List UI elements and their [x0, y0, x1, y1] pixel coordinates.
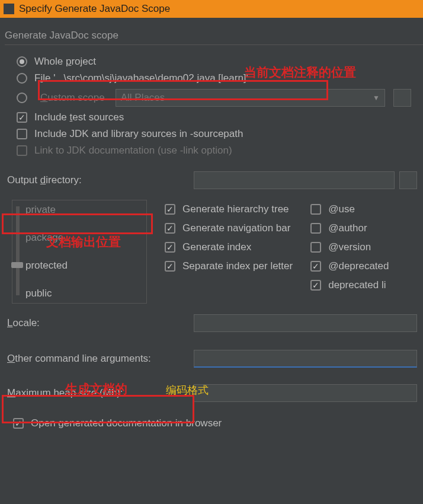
- checkbox-icon: [310, 261, 321, 272]
- tag-use-label: @use: [328, 203, 355, 215]
- slider-thumb[interactable]: [11, 262, 23, 268]
- other-args-row: Other command line arguments:: [0, 347, 423, 370]
- tag-version-checkbox[interactable]: @version: [310, 241, 389, 253]
- tag-version-label: @version: [328, 241, 371, 253]
- open-browser-label: Open generated documentation in browser: [31, 417, 222, 429]
- checkbox-icon: [17, 112, 27, 123]
- tag-author-checkbox[interactable]: @author: [310, 222, 389, 234]
- options-panel: private package protected public Generat…: [0, 196, 423, 307]
- locale-input[interactable]: [194, 314, 417, 332]
- vis-public: public: [25, 288, 142, 299]
- gen-navbar-label: Generate navigation bar: [182, 222, 290, 234]
- file-label: File '...\src\com\sj\javabase\demo02.jav…: [34, 72, 248, 84]
- whole-project-label: Whole project: [34, 56, 96, 68]
- other-args-input[interactable]: [194, 350, 417, 368]
- scope-options: Whole project File '...\src\com\sj\javab…: [0, 45, 423, 164]
- tag-use-checkbox[interactable]: @use: [310, 203, 389, 215]
- include-jdk-checkbox[interactable]: Include JDK and library sources in -sour…: [17, 128, 411, 140]
- gen-hierarchy-checkbox[interactable]: Generate hierarchy tree: [165, 203, 293, 215]
- file-radio[interactable]: File '...\src\com\sj\javabase\demo02.jav…: [17, 72, 411, 84]
- vis-package: package: [25, 232, 142, 244]
- checkbox-icon: [165, 261, 175, 272]
- gen-index-checkbox[interactable]: Generate index: [165, 241, 293, 253]
- checkbox-icon: [13, 418, 24, 429]
- locale-label: Locale:: [7, 317, 194, 329]
- tag-deprecated-checkbox[interactable]: @deprecated: [310, 260, 389, 272]
- scope-more-button[interactable]: [393, 89, 411, 107]
- tag-deplist-label: deprecated li: [328, 279, 386, 291]
- checkbox-icon: [165, 242, 175, 253]
- checkbox-icon: [310, 223, 321, 234]
- link-jdk-label: Link to JDK documentation (use -link opt…: [34, 145, 232, 157]
- whole-project-radio[interactable]: Whole project: [17, 56, 411, 68]
- tag-deprecated-label: @deprecated: [328, 260, 389, 272]
- output-browse-button[interactable]: [399, 171, 417, 189]
- heap-input[interactable]: [194, 384, 417, 402]
- custom-scope-label: Custom scope: [40, 92, 105, 104]
- checkbox-icon: [17, 129, 27, 139]
- gen-separate-label: Separate index per letter: [182, 260, 293, 272]
- radio-icon: [17, 92, 27, 103]
- gen-navbar-checkbox[interactable]: Generate navigation bar: [165, 222, 293, 234]
- output-directory-input[interactable]: [194, 171, 395, 189]
- locale-row: Locale:: [0, 312, 423, 334]
- gen-index-label: Generate index: [182, 241, 251, 253]
- include-test-checkbox[interactable]: Include test sources: [17, 111, 411, 123]
- gen-separate-checkbox[interactable]: Separate index per letter: [165, 260, 293, 272]
- vis-private: private: [25, 204, 142, 216]
- open-browser-checkbox[interactable]: Open generated documentation in browser: [0, 409, 423, 429]
- checkbox-icon: [310, 280, 321, 291]
- chevron-down-icon: ▼: [373, 94, 380, 102]
- app-icon: [4, 4, 14, 14]
- custom-scope-radio[interactable]: Custom scope All Places ▼: [17, 89, 411, 107]
- tag-author-label: @author: [328, 222, 367, 234]
- checkbox-icon: [165, 223, 175, 234]
- heap-row: Maximum heap size (Mb):: [0, 382, 423, 404]
- output-directory-row: Output directory:: [0, 169, 423, 192]
- link-jdk-checkbox[interactable]: Link to JDK documentation (use -link opt…: [17, 145, 411, 157]
- output-directory-label: Output directory:: [7, 174, 194, 186]
- heap-label: Maximum heap size (Mb):: [7, 387, 194, 399]
- generate-options: Generate hierarchy tree Generate navigat…: [165, 200, 293, 304]
- scope-combo-value: All Places: [121, 92, 165, 104]
- checkbox-icon: [310, 242, 321, 253]
- scope-combo[interactable]: All Places ▼: [116, 89, 385, 107]
- tag-deplist-checkbox[interactable]: deprecated li: [310, 279, 389, 291]
- tag-options: @use @author @version @deprecated deprec…: [310, 200, 389, 304]
- checkbox-icon: [165, 204, 175, 215]
- slider-track: [16, 206, 20, 295]
- radio-icon: [17, 73, 27, 84]
- window-title: Specify Generate JavaDoc Scope: [19, 3, 170, 15]
- checkbox-icon: [17, 145, 27, 156]
- other-args-label: Other command line arguments:: [7, 353, 194, 365]
- include-jdk-label: Include JDK and library sources in -sour…: [34, 128, 243, 140]
- checkbox-icon: [310, 204, 321, 215]
- title-bar: Specify Generate JavaDoc Scope: [0, 0, 423, 18]
- scope-section-label: Generate JavaDoc scope: [5, 30, 423, 42]
- radio-icon: [17, 56, 27, 67]
- visibility-slider-box[interactable]: private package protected public: [12, 200, 147, 304]
- vis-protected: protected: [25, 260, 142, 272]
- gen-hierarchy-label: Generate hierarchy tree: [182, 203, 289, 215]
- include-test-label: Include test sources: [34, 111, 124, 123]
